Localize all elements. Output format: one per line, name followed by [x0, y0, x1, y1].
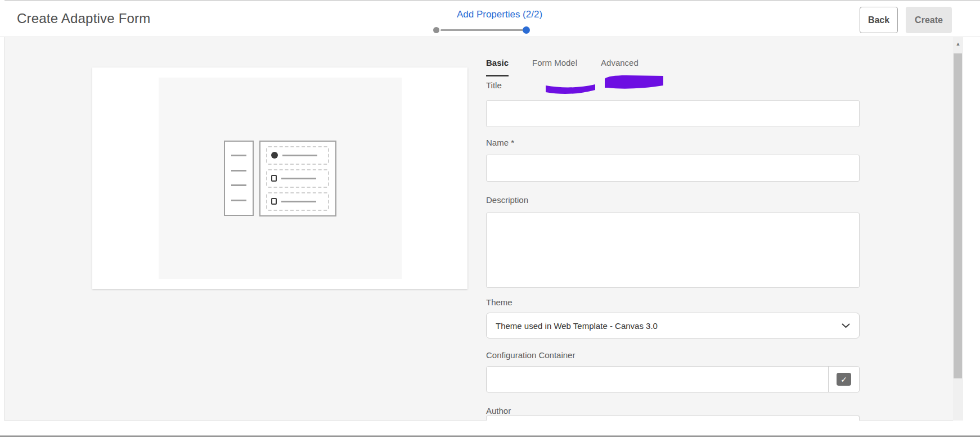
progress-dot-step2-current: [523, 26, 530, 34]
checkbox-icon: [271, 175, 277, 182]
description-label: Description: [486, 195, 528, 205]
theme-label: Theme: [486, 297, 513, 307]
create-button[interactable]: Create: [906, 7, 952, 33]
template-preview-card: [92, 67, 467, 289]
form-template-illustration-icon: [224, 141, 336, 216]
back-button[interactable]: Back: [860, 7, 898, 33]
nav-strip-graphic: [224, 141, 254, 216]
configuration-container-confirm-button[interactable]: ✓: [829, 367, 859, 392]
tab-basic[interactable]: Basic: [486, 58, 509, 76]
page-title: Create Adaptive Form: [17, 11, 150, 26]
progress-dot-step1: [433, 27, 439, 33]
theme-select[interactable]: Theme used in Web Template - Canvas 3.0: [486, 313, 860, 338]
configuration-container-label: Configuration Container: [486, 350, 575, 360]
author-input[interactable]: [486, 416, 860, 421]
title-input[interactable]: [486, 100, 860, 127]
tab-advanced[interactable]: Advanced: [601, 58, 639, 76]
name-label: Name *: [486, 138, 514, 147]
check-icon: ✓: [837, 373, 851, 386]
form-panel-graphic: [259, 141, 336, 216]
scrollbar-thumb[interactable]: [954, 53, 962, 378]
title-label: Title: [486, 80, 502, 90]
checkbox-row-graphic: [266, 169, 329, 188]
checkbox-icon: [271, 198, 277, 205]
configuration-container-field: ✓: [486, 366, 860, 392]
chevron-down-icon: [842, 323, 850, 328]
step-indicator-label: Add Properties (2/2): [457, 9, 542, 20]
properties-tabs: Basic Form Model Advanced: [486, 58, 639, 76]
wizard-header: Create Adaptive Form Add Properties (2/2…: [0, 1, 980, 37]
checkbox-row-graphic: [266, 192, 329, 211]
tab-form-model[interactable]: Form Model: [532, 58, 577, 76]
bottom-divider: [0, 435, 980, 437]
description-textarea[interactable]: [486, 213, 860, 288]
configuration-container-input[interactable]: [487, 367, 829, 392]
scroll-up-arrow-icon[interactable]: ▲: [953, 39, 963, 48]
progress-track: [440, 29, 523, 31]
template-thumbnail: [159, 78, 402, 279]
radio-row-graphic: [266, 146, 329, 165]
name-input[interactable]: [486, 155, 860, 182]
theme-selected-value: Theme used in Web Template - Canvas 3.0: [496, 321, 658, 331]
create-adaptive-form-dialog: Create Adaptive Form Add Properties (2/2…: [0, 0, 980, 438]
author-label: Author: [486, 406, 511, 416]
radio-bullet-icon: [271, 152, 278, 159]
